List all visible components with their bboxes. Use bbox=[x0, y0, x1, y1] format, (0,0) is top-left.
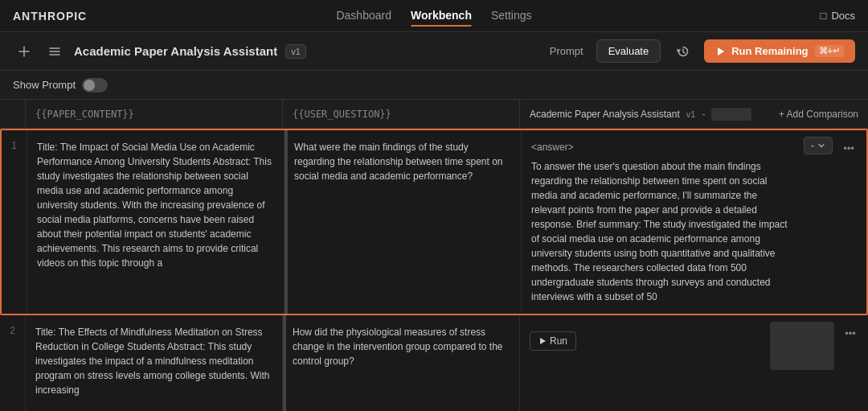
add-comparison-label: + Add Comparison bbox=[779, 109, 858, 120]
nav-workbench[interactable]: Workbench bbox=[411, 6, 472, 27]
list-button[interactable] bbox=[43, 40, 66, 63]
drag-handle[interactable] bbox=[283, 315, 286, 411]
response-body-text: To answer the user's question about the … bbox=[531, 159, 794, 304]
row-response-content: Run bbox=[520, 315, 770, 411]
row-question-content[interactable]: What were the main findings of the study… bbox=[285, 130, 522, 314]
model-version: v1 bbox=[686, 109, 696, 119]
question-text: How did the physiological measures of st… bbox=[293, 327, 503, 367]
answer-tag: <answer> bbox=[531, 140, 794, 154]
col-question-header: {{USER_QUESTION}} bbox=[283, 100, 520, 128]
main-area: {{PAPER_CONTENT}} {{USER_QUESTION}} Acad… bbox=[0, 100, 868, 411]
row-question-content[interactable]: How did the physiological measures of st… bbox=[283, 315, 520, 411]
row-response-content: <answer> To answer the user's question a… bbox=[522, 130, 804, 314]
toggle-knob bbox=[84, 80, 95, 91]
show-prompt-label: Show Prompt bbox=[13, 79, 76, 91]
logo: ANTHROPIC bbox=[13, 10, 87, 23]
toolbar-tabs: Prompt Evaluate bbox=[538, 39, 661, 63]
run-label: Run Remaining bbox=[731, 45, 808, 57]
document-icon: □ bbox=[821, 10, 827, 22]
history-button[interactable] bbox=[670, 39, 696, 64]
docs-button[interactable]: □ Docs bbox=[821, 10, 855, 22]
nav-links: Dashboard Workbench Settings bbox=[336, 6, 531, 27]
svg-marker-1 bbox=[540, 338, 546, 344]
run-shortcut: ⌘+↵ bbox=[815, 45, 844, 57]
assistant-title: Academic Paper Analysis Assistant bbox=[74, 44, 277, 58]
action-label: - bbox=[811, 140, 814, 151]
question-header-text: {{USER_QUESTION}} bbox=[293, 109, 391, 120]
column-headers: {{PAPER_CONTENT}} {{USER_QUESTION}} Acad… bbox=[0, 100, 868, 129]
table-row: 2 Title: The Effects of Mindfulness Medi… bbox=[0, 315, 868, 411]
row-response-col: <answer> To answer the user's question a… bbox=[522, 130, 866, 314]
toolbar: Academic Paper Analysis Assistant v1 Pro… bbox=[0, 32, 868, 71]
show-prompt-toggle[interactable] bbox=[82, 78, 108, 92]
more-options-button[interactable]: ••• bbox=[839, 322, 862, 344]
paper-header-text: {{PAPER_CONTENT}} bbox=[35, 109, 134, 120]
model-name: Academic Paper Analysis Assistant bbox=[530, 109, 680, 120]
row-response-col: Run ••• bbox=[520, 315, 868, 411]
add-button[interactable] bbox=[13, 40, 35, 63]
drag-handle[interactable] bbox=[285, 130, 288, 314]
toolbar-left: Academic Paper Analysis Assistant v1 bbox=[13, 40, 529, 63]
add-comparison-button[interactable]: + Add Comparison bbox=[779, 109, 858, 120]
col-paper-header: {{PAPER_CONTENT}} bbox=[26, 100, 283, 128]
nav-dashboard[interactable]: Dashboard bbox=[336, 6, 391, 27]
model-config-bar[interactable] bbox=[711, 108, 751, 121]
thumb-placeholder bbox=[770, 322, 834, 370]
svg-marker-0 bbox=[718, 47, 724, 55]
run-label: Run bbox=[550, 335, 567, 347]
question-text: What were the main findings of the study… bbox=[294, 142, 503, 182]
row-number: 1 bbox=[2, 130, 27, 314]
model-info: Academic Paper Analysis Assistant v1 - bbox=[530, 108, 751, 121]
col-rownum bbox=[0, 100, 26, 128]
version-badge: v1 bbox=[285, 44, 306, 59]
row-actions: - ••• bbox=[804, 130, 866, 314]
nav-settings[interactable]: Settings bbox=[491, 6, 532, 27]
tab-prompt[interactable]: Prompt bbox=[538, 40, 595, 62]
tab-evaluate[interactable]: Evaluate bbox=[596, 39, 661, 63]
table-row: 1 Title: The Impact of Social Media Use … bbox=[0, 129, 868, 315]
top-nav: ANTHROPIC Dashboard Workbench Settings □… bbox=[0, 0, 868, 32]
more-options-button[interactable]: ••• bbox=[837, 137, 860, 159]
row-actions: ••• bbox=[770, 315, 868, 411]
data-rows: 1 Title: The Impact of Social Media Use … bbox=[0, 129, 868, 411]
action-dropdown[interactable]: - bbox=[804, 137, 833, 154]
toolbar-right: Run Remaining ⌘+↵ bbox=[670, 39, 855, 64]
run-remaining-button[interactable]: Run Remaining ⌘+↵ bbox=[704, 39, 855, 63]
row-paper-content[interactable]: Title: The Effects of Mindfulness Medita… bbox=[26, 315, 283, 411]
show-prompt-bar: Show Prompt bbox=[0, 71, 868, 100]
row-paper-content[interactable]: Title: The Impact of Social Media Use on… bbox=[27, 130, 285, 314]
row-number: 2 bbox=[0, 315, 26, 411]
run-row-button[interactable]: Run bbox=[530, 331, 576, 351]
model-dash: - bbox=[702, 109, 705, 120]
col-response-header: Academic Paper Analysis Assistant v1 - +… bbox=[520, 108, 868, 121]
docs-label: Docs bbox=[831, 10, 855, 22]
